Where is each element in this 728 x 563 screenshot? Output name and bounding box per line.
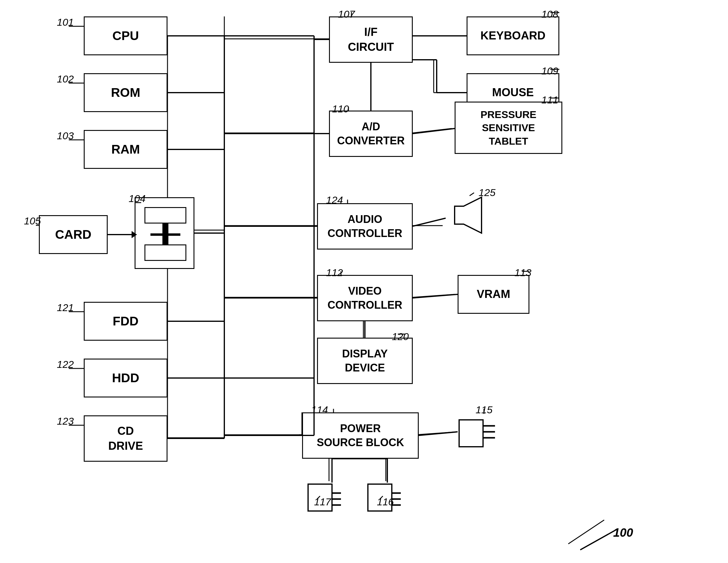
ref-124: 124 [326,194,343,206]
ref-102: 102 [57,73,74,85]
svg-marker-42 [455,197,482,233]
ref-113: 113 [514,267,531,279]
power-connector-icon [458,414,505,453]
speaker-icon [446,191,499,239]
ad-converter-box: A/DCONVERTER [329,111,413,157]
ref-110: 110 [332,103,349,115]
ref-114: 114 [311,404,328,416]
svg-line-81 [413,294,458,298]
audio-controller-box: AUDIOCONTROLLER [317,203,413,250]
cpu-box: CPU [84,16,167,55]
ref-121: 121 [57,302,74,313]
card-reader-box [135,197,194,269]
ref-107: 107 [338,8,355,20]
svg-line-77 [413,129,455,134]
power-source-block-box: POWERSOURCE BLOCK [302,412,419,459]
cd-drive-box: CDDRIVE [84,415,167,462]
rom-box: ROM [84,73,167,112]
video-controller-box: VIDEOCONTROLLER [317,275,413,321]
svg-line-31 [413,294,455,297]
svg-line-41 [568,520,604,544]
ref-120: 120 [392,331,409,342]
ref-105: 105 [24,215,41,227]
vram-box: VRAM [458,275,529,314]
ref-111: 111 [541,94,558,106]
svg-line-85 [419,432,458,435]
svg-line-36 [416,432,458,435]
ref-125: 125 [479,187,496,199]
ref-122: 122 [57,358,74,370]
ref-116: 116 [377,496,394,508]
fdd-box: FDD [84,302,167,341]
ref-109: 109 [541,65,558,77]
ref-103: 103 [57,130,74,142]
keyboard-box: KEYBOARD [467,16,559,55]
ref-104: 104 [129,193,146,205]
pressure-tablet-box: PRESSURESENSITIVETABLET [455,102,562,154]
ram-box: RAM [84,130,167,169]
ref-123: 123 [57,415,74,427]
ref-115: 115 [476,404,493,416]
ref-112: 112 [326,267,343,279]
display-device-box: DISPLAYDEVICE [317,338,413,384]
card-box: CARD [39,215,108,254]
svg-line-79 [413,218,446,226]
ref-117: 117 [314,496,331,508]
svg-line-25 [413,129,452,133]
ref-108: 108 [541,8,558,20]
svg-line-113 [580,529,618,550]
ref-101: 101 [57,16,74,28]
diagram: CPU 101 ROM 102 RAM 103 104 CARD 105 FDD [0,0,728,563]
svg-rect-43 [459,420,483,447]
hdd-box: HDD [84,358,167,397]
ref-100: 100 [613,526,633,539]
if-circuit-box: I/FCIRCUIT [329,16,413,63]
